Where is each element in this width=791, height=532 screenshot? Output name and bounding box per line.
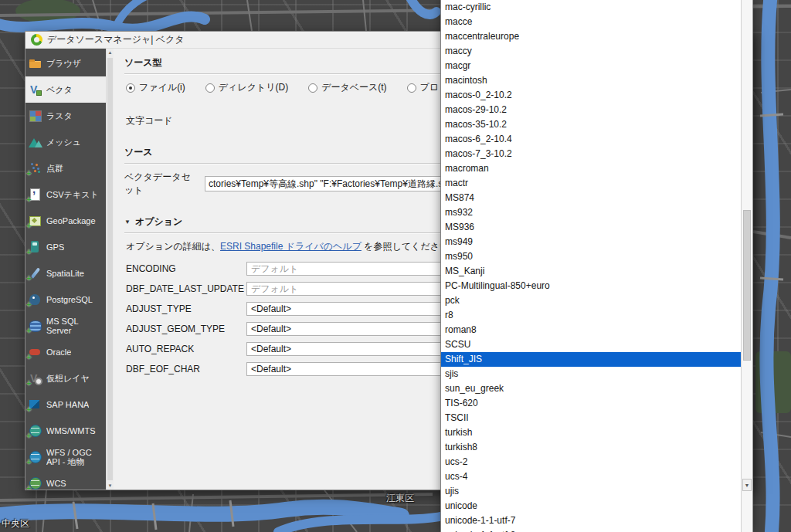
- encoding-option[interactable]: MS_Kanji: [441, 264, 741, 279]
- option-value: <Default>: [251, 344, 291, 354]
- sidebar-item-icon: [29, 320, 42, 332]
- option-value: <Default>: [251, 324, 291, 334]
- encoding-option[interactable]: turkish8: [441, 440, 741, 455]
- sidebar-item-label: ベクタ: [46, 85, 73, 94]
- source-type-radio[interactable]: ディレクトリ(D): [205, 81, 288, 94]
- source-type-radio[interactable]: ファイル(i): [126, 81, 185, 94]
- encoding-option[interactable]: TIS-620: [441, 396, 741, 411]
- sidebar-item-icon: [29, 215, 42, 227]
- option-value: <Default>: [251, 364, 291, 374]
- encoding-option[interactable]: MS874: [441, 191, 741, 205]
- sidebar-item-label: GeoPackage: [46, 216, 96, 225]
- encoding-option[interactable]: macos-0_2-10.2: [441, 88, 741, 103]
- encoding-option[interactable]: unicode-1-1-utf-8: [441, 528, 741, 532]
- encoding-option[interactable]: macintosh: [441, 73, 741, 88]
- add-plus-icon: [26, 168, 31, 178]
- add-plus-icon: [26, 247, 31, 256]
- radio-circle-icon: [205, 83, 215, 93]
- encoding-option-list: mac-cyrillic macce maccentraleurope macc…: [441, 0, 741, 532]
- sidebar-item-label: WFS / OGC API - 地物: [46, 448, 104, 466]
- encoding-option[interactable]: macgr: [441, 59, 741, 73]
- option-label: AUTO_REPACK: [126, 344, 236, 354]
- encoding-option[interactable]: turkish: [441, 425, 741, 440]
- sidebar-item-wcs[interactable]: WCS: [25, 470, 106, 490]
- sidebar-item-label: WCS: [46, 479, 66, 488]
- encoding-option[interactable]: maccentraleurope: [441, 29, 741, 44]
- encoding-option[interactable]: macce: [441, 15, 741, 29]
- option-label: ENCODING: [126, 263, 236, 274]
- encoding-option[interactable]: unicode: [441, 499, 741, 513]
- encoding-option[interactable]: r8: [441, 308, 741, 323]
- sidebar-item-browser[interactable]: ブラウザ: [25, 50, 106, 76]
- add-plus-icon: [26, 195, 31, 204]
- dropdown-scroll-down-button[interactable]: [742, 479, 752, 491]
- sidebar-item-csv[interactable]: CSVテキスト: [25, 181, 106, 208]
- encoding-option[interactable]: PC-Multilingual-850+euro: [441, 279, 741, 293]
- encoding-option[interactable]: roman8: [441, 323, 741, 337]
- sidebar-item-sap-hana[interactable]: SAP HANA: [25, 391, 106, 418]
- sidebar-item-point-cloud[interactable]: 点群: [25, 155, 106, 181]
- encoding-option[interactable]: ms932: [441, 205, 741, 220]
- encoding-option[interactable]: Shift_JIS: [441, 352, 741, 367]
- sidebar-scrollbar-thumb[interactable]: [107, 58, 113, 480]
- encoding-option[interactable]: maccy: [441, 44, 741, 59]
- help-prefix: オプションの詳細は、: [126, 241, 220, 252]
- sidebar-item-mesh[interactable]: メッシュ: [25, 129, 106, 155]
- encoding-option[interactable]: ms949: [441, 235, 741, 249]
- sidebar-scrollbar[interactable]: [106, 49, 114, 490]
- encoding-option[interactable]: ujis: [441, 484, 741, 499]
- encoding-option[interactable]: macroman: [441, 161, 741, 176]
- sidebar-item-gps[interactable]: GPS: [25, 234, 106, 260]
- sidebar-item-vector[interactable]: ベクタ: [25, 76, 106, 103]
- sidebar-item-spatialite[interactable]: SpatiaLite: [25, 260, 106, 286]
- encoding-option[interactable]: unicode-1-1-utf-7: [441, 513, 741, 528]
- sidebar-item-icon: [29, 372, 42, 385]
- sidebar-item-postgresql[interactable]: PostgreSQL: [25, 286, 106, 313]
- add-plus-icon: [26, 300, 31, 309]
- encoding-option[interactable]: macos-7_3-10.2: [441, 147, 741, 161]
- dropdown-scrollbar[interactable]: [741, 0, 752, 532]
- add-plus-icon: [26, 326, 31, 335]
- encoding-option[interactable]: ucs-2: [441, 455, 741, 469]
- sidebar-item-wfs-ogc-api[interactable]: WFS / OGC API - 地物: [25, 444, 106, 470]
- sidebar-item-label: Oracle: [46, 347, 71, 357]
- radio-circle-icon: [126, 83, 135, 93]
- sidebar-item-virtual-layer[interactable]: 仮想レイヤ: [25, 365, 106, 391]
- encoding-option[interactable]: sjis: [441, 367, 741, 381]
- esri-driver-help-link[interactable]: ESRI Shapefile ドライバのヘルプ: [220, 241, 362, 252]
- radio-circle-icon: [407, 83, 416, 93]
- encoding-option[interactable]: macos-29-10.2: [441, 103, 741, 117]
- dropdown-scrollbar-thumb[interactable]: [743, 210, 751, 361]
- radio-label: データベース(t): [321, 81, 386, 94]
- encoding-option[interactable]: mac-cyrillic: [441, 0, 741, 15]
- sidebar-item-icon: [29, 267, 42, 280]
- dataset-label: ベクタデータセット: [124, 171, 199, 197]
- encoding-option[interactable]: pck: [441, 293, 741, 308]
- scroll-up-icon[interactable]: [107, 49, 114, 56]
- scroll-down-icon[interactable]: [107, 482, 114, 490]
- encoding-option[interactable]: ms950: [441, 249, 741, 264]
- sidebar-item-icon: [29, 477, 42, 490]
- encoding-option[interactable]: macos-6_2-10.4: [441, 132, 741, 147]
- source-type-radio[interactable]: データベース(t): [308, 81, 386, 94]
- radio-label: ファイル(i): [139, 81, 185, 94]
- sidebar-item-mssql-server[interactable]: MS SQL Server: [25, 313, 106, 339]
- add-plus-icon: [26, 405, 31, 414]
- sidebar-item-geopackage[interactable]: GeoPackage: [25, 208, 106, 234]
- sidebar-item-raster[interactable]: ラスタ: [25, 103, 106, 129]
- sidebar-item-wms-wmts[interactable]: WMS/WMTS: [25, 418, 106, 444]
- encoding-option[interactable]: ucs-4: [441, 469, 741, 484]
- sidebar-item-oracle[interactable]: Oracle: [25, 339, 106, 365]
- sidebar-item-icon: [29, 451, 42, 463]
- encoding-option[interactable]: mactr: [441, 176, 741, 191]
- encoding-option[interactable]: SCSU: [441, 337, 741, 352]
- sidebar-item-icon: [29, 188, 42, 201]
- sidebar-item-icon: [29, 346, 42, 358]
- sidebar-item-icon: [29, 398, 42, 411]
- encoding-option[interactable]: macos-35-10.2: [441, 117, 741, 132]
- encoding-option[interactable]: TSCII: [441, 411, 741, 425]
- option-label: ADJUST_TYPE: [126, 303, 236, 314]
- encoding-option[interactable]: MS936: [441, 220, 741, 235]
- sidebar-item-icon: [29, 293, 42, 306]
- encoding-option[interactable]: sun_eu_greek: [441, 381, 741, 396]
